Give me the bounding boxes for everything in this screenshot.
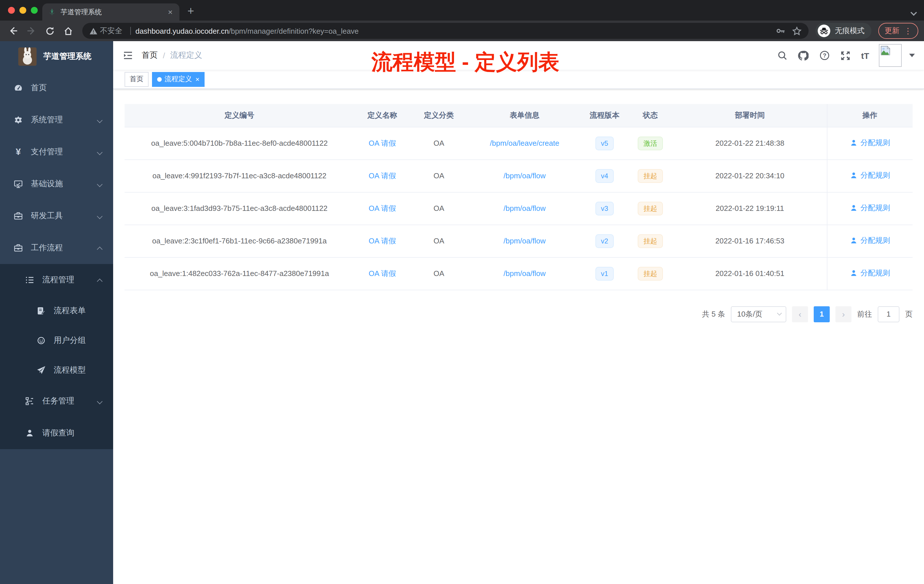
address-bar[interactable]: 不安全 dashboard.yudao.iocoder.cn/bpm/manag… bbox=[82, 23, 808, 39]
column-header-name: 定义名称 bbox=[354, 104, 410, 127]
zoom-window-button[interactable] bbox=[31, 7, 38, 14]
breadcrumb-home[interactable]: 首页 bbox=[142, 50, 158, 61]
definition-table: 定义编号 定义名称 定义分类 表单信息 流程版本 状态 部署时间 操作 oa_l bbox=[125, 104, 912, 290]
password-key-icon[interactable] bbox=[776, 26, 785, 35]
incognito-icon bbox=[818, 25, 830, 37]
face-icon bbox=[36, 336, 46, 345]
definition-name-link[interactable]: OA 请假 bbox=[369, 204, 396, 212]
minimize-window-button[interactable] bbox=[20, 7, 26, 14]
page-size-select[interactable]: 10条/页 bbox=[731, 306, 786, 322]
fullscreen-icon[interactable] bbox=[840, 50, 851, 61]
github-icon[interactable] bbox=[798, 50, 809, 61]
status-badge: 挂起 bbox=[638, 169, 663, 183]
search-icon[interactable] bbox=[777, 50, 788, 61]
deploy-time: 2022-01-22 19:19:11 bbox=[673, 192, 827, 224]
update-button[interactable]: 更新 ⋮ bbox=[878, 23, 918, 39]
browser-window: 芋道管理系统 × + 不安全 dashboard.yudao.iocoder.c… bbox=[0, 0, 924, 584]
tag-process-definition[interactable]: 流程定义 × bbox=[152, 72, 205, 87]
form-link[interactable]: /bpm/oa/flow bbox=[503, 269, 545, 278]
definition-name-link[interactable]: OA 请假 bbox=[369, 139, 396, 147]
reload-icon[interactable] bbox=[42, 23, 57, 38]
not-secure-warning-icon bbox=[89, 26, 98, 35]
sidebar-item-home[interactable]: 首页 bbox=[0, 72, 113, 104]
sidebar-item-process-management[interactable]: 流程管理 bbox=[0, 264, 113, 296]
hamburger-icon[interactable] bbox=[122, 50, 134, 61]
assign-rule-link[interactable]: 分配规则 bbox=[850, 138, 890, 148]
help-icon[interactable]: ? bbox=[819, 50, 830, 61]
goto-page-input[interactable] bbox=[878, 306, 899, 322]
status-badge: 挂起 bbox=[638, 234, 663, 248]
tab-close-icon[interactable]: × bbox=[167, 7, 174, 16]
avatar[interactable] bbox=[879, 44, 902, 67]
prev-page-button[interactable]: ‹ bbox=[792, 306, 808, 322]
column-header-deploy-time: 部署时间 bbox=[673, 104, 827, 127]
new-tab-button[interactable]: + bbox=[187, 3, 194, 18]
home-icon[interactable] bbox=[61, 23, 76, 38]
assign-rule-link[interactable]: 分配规则 bbox=[850, 236, 890, 246]
form-link[interactable]: /bpm/oa/flow bbox=[503, 204, 545, 213]
definition-id: oa_leave:2:3c1f0ef1-76b1-11ec-9c66-a2380… bbox=[125, 224, 354, 257]
url-host: dashboard.yudao.iocoder.cn bbox=[135, 26, 229, 35]
sidebar-item-process-form[interactable]: 流程表单 bbox=[0, 296, 113, 326]
sidebar-item-label: 系统管理 bbox=[31, 115, 98, 125]
sidebar: 芋道管理系统 首页 系统管理 ¥ 支付管理 bbox=[0, 41, 113, 584]
definition-id: oa_leave:4:991f2193-7b7f-11ec-a3c8-acde4… bbox=[125, 159, 354, 192]
person-icon bbox=[25, 429, 34, 438]
table-header-row: 定义编号 定义名称 定义分类 表单信息 流程版本 状态 部署时间 操作 bbox=[125, 104, 912, 127]
tab-search-chevron-icon[interactable] bbox=[911, 7, 916, 17]
table-row: oa_leave:2:3c1f0ef1-76b1-11ec-9c66-a2380… bbox=[125, 224, 912, 257]
tag-close-icon[interactable]: × bbox=[195, 75, 200, 83]
sidebar-item-infrastructure[interactable]: 基础设施 bbox=[0, 168, 113, 200]
sidebar-item-process-model[interactable]: 流程模型 bbox=[0, 355, 113, 385]
url-path: /bpm/manager/definition?key=oa_leave bbox=[229, 26, 359, 35]
next-page-button[interactable]: › bbox=[835, 306, 851, 322]
column-header-id: 定义编号 bbox=[125, 104, 354, 127]
form-icon bbox=[36, 306, 46, 315]
table-row: oa_leave:4:991f2193-7b7f-11ec-a3c8-acde4… bbox=[125, 159, 912, 192]
definition-name-link[interactable]: OA 请假 bbox=[369, 269, 396, 277]
definition-category: OA bbox=[410, 159, 467, 192]
assign-rule-link[interactable]: 分配规则 bbox=[850, 268, 890, 278]
sidebar-item-task-management[interactable]: 任务管理 bbox=[0, 385, 113, 417]
incognito-badge: 无痕模式 bbox=[815, 23, 871, 39]
version-badge: v3 bbox=[595, 201, 614, 215]
chevron-down-icon bbox=[97, 398, 102, 404]
forward-icon[interactable] bbox=[24, 23, 39, 38]
column-header-category: 定义分类 bbox=[410, 104, 467, 127]
sidebar-item-user-group[interactable]: 用户分组 bbox=[0, 326, 113, 355]
column-header-actions: 操作 bbox=[827, 104, 912, 127]
version-badge: v1 bbox=[595, 267, 614, 280]
pagination-total: 共 5 条 bbox=[702, 309, 725, 319]
assign-rule-link[interactable]: 分配规则 bbox=[850, 170, 890, 181]
sidebar-item-system[interactable]: 系统管理 bbox=[0, 104, 113, 136]
form-link[interactable]: /bpm/oa/flow bbox=[503, 172, 545, 180]
sidebar-item-workflow[interactable]: 工作流程 bbox=[0, 232, 113, 264]
deploy-time: 2022-01-22 20:34:10 bbox=[673, 159, 827, 192]
form-link[interactable]: /bpm/oa/leave/create bbox=[490, 139, 559, 147]
definition-name-link[interactable]: OA 请假 bbox=[369, 236, 396, 245]
font-size-icon[interactable]: tT bbox=[861, 51, 869, 60]
chevron-down-icon bbox=[97, 181, 102, 187]
chevron-up-icon bbox=[97, 247, 102, 252]
bookmark-star-icon[interactable] bbox=[792, 26, 802, 36]
sidebar-item-payment[interactable]: ¥ 支付管理 bbox=[0, 136, 113, 168]
page-number-button[interactable]: 1 bbox=[814, 306, 830, 322]
sidebar-item-leave-query[interactable]: 请假查询 bbox=[0, 417, 113, 449]
browser-menu-icon[interactable]: ⋮ bbox=[904, 26, 912, 35]
sidebar-item-label: 用户分组 bbox=[54, 335, 104, 346]
browser-tab[interactable]: 芋道管理系统 × bbox=[42, 3, 180, 21]
sidebar-item-label: 任务管理 bbox=[42, 396, 98, 406]
chevron-down-icon bbox=[97, 149, 102, 155]
table-row: oa_leave:5:004b710b-7b8a-11ec-8ef0-acde4… bbox=[125, 127, 912, 159]
close-window-button[interactable] bbox=[8, 7, 15, 14]
assign-rule-link[interactable]: 分配规则 bbox=[850, 203, 890, 213]
tag-home[interactable]: 首页 bbox=[125, 72, 148, 87]
app-title: 芋道管理系统 bbox=[43, 51, 91, 62]
back-icon[interactable] bbox=[6, 23, 21, 38]
update-label[interactable]: 更新 bbox=[884, 26, 899, 36]
avatar-caret-icon[interactable] bbox=[909, 54, 915, 57]
sidebar-item-dev-tools[interactable]: 研发工具 bbox=[0, 200, 113, 232]
form-link[interactable]: /bpm/oa/flow bbox=[503, 237, 545, 245]
chevron-down-icon bbox=[97, 213, 102, 219]
definition-name-link[interactable]: OA 请假 bbox=[369, 171, 396, 180]
